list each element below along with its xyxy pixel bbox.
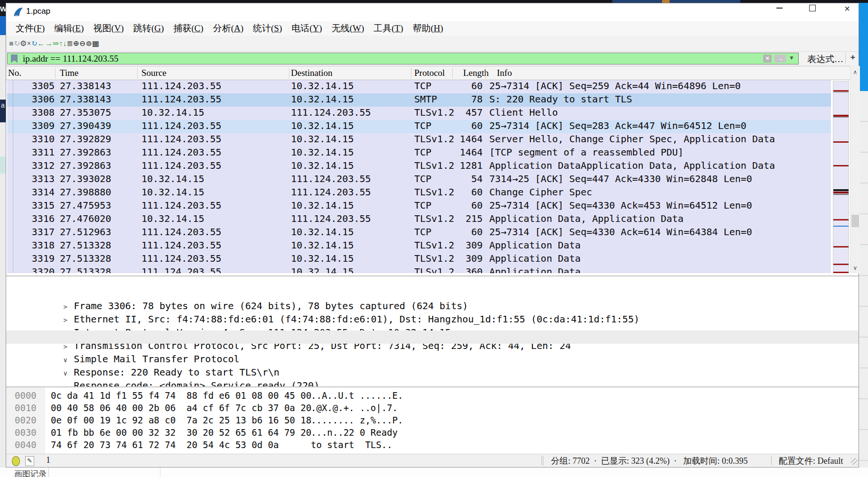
- go-to-packet-icon[interactable]: ⇒: [53, 39, 59, 48]
- go-bottom-icon[interactable]: ↓: [63, 39, 66, 48]
- menu-item[interactable]: 捕获(C): [168, 22, 208, 35]
- resize-grip[interactable]: [851, 458, 858, 465]
- detail-line[interactable]: >Ethernet II, Src: f4:74:88:fd:e6:01 (f4…: [6, 291, 859, 304]
- detail-line[interactable]: ∨Simple Mail Transfer Protocol: [6, 330, 859, 344]
- hex-row[interactable]: 003001 fb bb 6e 00 00 32 32 30 20 52 65 …: [6, 427, 859, 440]
- detail-line[interactable]: >Frame 3306: 78 bytes on wire (624 bits)…: [6, 277, 859, 291]
- packet-row[interactable]: 3306 27.338143 111.124.203.55 10.32.14.1…: [7, 93, 831, 107]
- restart-capture-icon[interactable]: ↻: [14, 39, 20, 48]
- menu-item[interactable]: 无线(W): [327, 22, 369, 35]
- packet-row[interactable]: 3313 27.393028 10.32.14.15 111.124.203.5…: [7, 173, 831, 186]
- scroll-down-arrow-icon[interactable]: ∨: [850, 265, 860, 271]
- column-divider[interactable]: [289, 68, 289, 79]
- packet-row[interactable]: 3320 27.513328 111.124.203.55 10.32.14.1…: [7, 266, 831, 273]
- hex-bytes[interactable]: 01 fb bb 6e 00 00 32 32 30 20 52 65 61 6…: [51, 427, 311, 438]
- hex-row[interactable]: 001000 40 58 06 40 00 2b 06 a4 cf 6f 7c …: [6, 403, 859, 415]
- detail-line[interactable]: Response code: <domain> Service ready (2…: [6, 357, 859, 370]
- hex-ascii[interactable]: .@X.@.+. ..o|.7.: [311, 403, 403, 413]
- zoom-reset-icon[interactable]: ⊜: [85, 39, 92, 48]
- hex-bytes[interactable]: 00 40 58 06 40 00 2b 06 a4 cf 6f 7c cb 3…: [51, 403, 311, 413]
- expression-button[interactable]: 表达式…: [807, 53, 843, 65]
- detail-line[interactable]: >Internet Protocol Version 4, Src: 111.1…: [6, 304, 859, 317]
- go-top-icon[interactable]: ↑: [59, 39, 63, 48]
- column-header-info[interactable]: Info: [497, 66, 512, 80]
- column-divider[interactable]: [485, 68, 486, 79]
- scroll-up-arrow-icon[interactable]: ∧: [850, 69, 860, 75]
- filter-apply-button[interactable]: →: [775, 55, 786, 63]
- menu-item[interactable]: 帮助(H): [408, 22, 448, 35]
- menu-item[interactable]: 编辑(E): [49, 22, 88, 35]
- filter-text[interactable]: ip.addr == 111.124.203.55: [23, 54, 119, 64]
- column-divider[interactable]: [137, 68, 138, 79]
- hex-offset: 0000: [15, 390, 51, 401]
- hex-ascii[interactable]: to start TLS..: [311, 440, 392, 450]
- menu-item[interactable]: 视图(V): [89, 22, 129, 35]
- auto-scroll-icon[interactable]: ≣: [66, 39, 73, 48]
- hex-row[interactable]: 00000c da 41 1d f1 55 f4 74 88 fd e6 01 …: [6, 390, 859, 403]
- packet-row[interactable]: 3309 27.390439 111.124.203.55 10.32.14.1…: [7, 120, 831, 133]
- zoom-in-icon[interactable]: ⊕: [73, 39, 79, 48]
- menu-item[interactable]: 跳转(G): [129, 22, 168, 35]
- capture-options-icon[interactable]: ⚙: [20, 39, 27, 48]
- column-divider[interactable]: [55, 68, 56, 79]
- packet-row[interactable]: 3305 27.338143 111.124.203.55 10.32.14.1…: [7, 80, 831, 93]
- menu-item[interactable]: 统计(S): [248, 22, 287, 35]
- zoom-out-icon[interactable]: ⊖: [79, 39, 85, 48]
- hex-ascii[interactable]: ...n..22 0 Ready: [311, 427, 403, 438]
- column-header-destination[interactable]: Destination: [291, 66, 333, 80]
- packet-row[interactable]: 3310 27.392829 111.124.203.55 10.32.14.1…: [7, 133, 831, 147]
- minimize-button[interactable]: [769, 3, 790, 19]
- reload-file-icon[interactable]: ↻: [31, 39, 37, 48]
- detail-line[interactable]: ∨Response: 220 Ready to start TLS\r\n: [6, 344, 859, 357]
- close-file-icon[interactable]: ×: [27, 39, 31, 48]
- detail-line[interactable]: >Transmission Control Protocol, Src Port…: [6, 317, 859, 330]
- go-back-icon[interactable]: ←: [37, 39, 45, 48]
- go-forward-icon[interactable]: →: [45, 39, 53, 48]
- filter-dropdown-caret[interactable]: ▼: [789, 55, 794, 62]
- column-header-protocol[interactable]: Protocol: [414, 66, 445, 80]
- column-header-length[interactable]: Length: [463, 66, 489, 80]
- packet-row[interactable]: 3311 27.392863 111.124.203.55 10.32.14.1…: [7, 147, 831, 160]
- column-divider[interactable]: [411, 68, 411, 79]
- filter-clear-button[interactable]: ×: [763, 55, 772, 63]
- filter-input[interactable]: ip.addr == 111.124.203.55 × → ▼: [7, 53, 799, 64]
- menu-item[interactable]: 工具(T): [369, 22, 408, 35]
- packet-list-minimap[interactable]: [833, 81, 849, 273]
- menu-item[interactable]: 文件(F): [11, 22, 49, 35]
- divider: [541, 456, 542, 465]
- column-header-source[interactable]: Source: [141, 66, 167, 80]
- detail-line[interactable]: Response parameter: Ready to start TLS: [6, 370, 859, 384]
- filter-bookmark-icon[interactable]: [11, 55, 18, 63]
- column-header-no[interactable]: No.: [8, 66, 21, 80]
- expert-info-icon[interactable]: [12, 456, 20, 466]
- hex-ascii[interactable]: ..A..U.t ......E.: [311, 390, 403, 401]
- packet-list-scrollbar[interactable]: ∧ ∨: [850, 66, 860, 273]
- hex-bytes[interactable]: 0c da 41 1d f1 55 f4 74 88 fd e6 01 08 0…: [51, 390, 311, 401]
- packet-row[interactable]: 3316 27.476020 10.32.14.15 111.124.203.5…: [7, 213, 831, 226]
- hex-bytes[interactable]: 74 6f 20 73 74 61 72 74 20 54 4c 53 0d 0…: [51, 440, 311, 450]
- packet-row[interactable]: 3319 27.513328 111.124.203.55 10.32.14.1…: [7, 253, 831, 266]
- capture-comment-icon[interactable]: ✎: [25, 456, 34, 466]
- hex-ascii[interactable]: ........ z,%...P.: [311, 415, 403, 425]
- packet-row[interactable]: 3314 27.398880 10.32.14.15 111.124.203.5…: [7, 186, 831, 200]
- maximize-button[interactable]: [802, 3, 823, 19]
- menu-item[interactable]: 电话(Y): [287, 22, 327, 35]
- packet-row[interactable]: 3315 27.475953 111.124.203.55 10.32.14.1…: [7, 200, 831, 213]
- close-button[interactable]: ×: [837, 3, 858, 19]
- hex-row[interactable]: 004074 6f 20 73 74 61 72 74 20 54 4c 53 …: [6, 440, 859, 452]
- packet-row[interactable]: 3312 27.392863 111.124.203.55 10.32.14.1…: [7, 160, 831, 173]
- packet-row[interactable]: 3317 27.512963 111.124.203.55 10.32.14.1…: [7, 226, 831, 239]
- column-divider[interactable]: [452, 68, 453, 79]
- packet-row[interactable]: 3308 27.353075 10.32.14.15 111.124.203.5…: [7, 107, 831, 120]
- packet-row[interactable]: 3318 27.513328 111.124.203.55 10.32.14.1…: [7, 239, 831, 253]
- column-header-time[interactable]: Time: [60, 66, 78, 80]
- hex-bytes[interactable]: 0e 0f 00 19 1c 92 a8 c0 7a 2c 25 13 b6 1…: [51, 415, 311, 425]
- scrollbar-thumb[interactable]: [851, 215, 859, 227]
- cell-length: 309: [435, 239, 483, 253]
- stop-capture-icon[interactable]: ■: [9, 39, 14, 48]
- menu-item[interactable]: 分析(A): [208, 22, 248, 35]
- hex-row[interactable]: 00200e 0f 00 19 1c 92 a8 c0 7a 2c 25 13 …: [6, 415, 859, 427]
- resize-columns-icon[interactable]: ▦: [92, 39, 99, 48]
- filter-add-button[interactable]: +: [850, 53, 855, 62]
- status-profile[interactable]: 配置文件: Default: [779, 455, 843, 467]
